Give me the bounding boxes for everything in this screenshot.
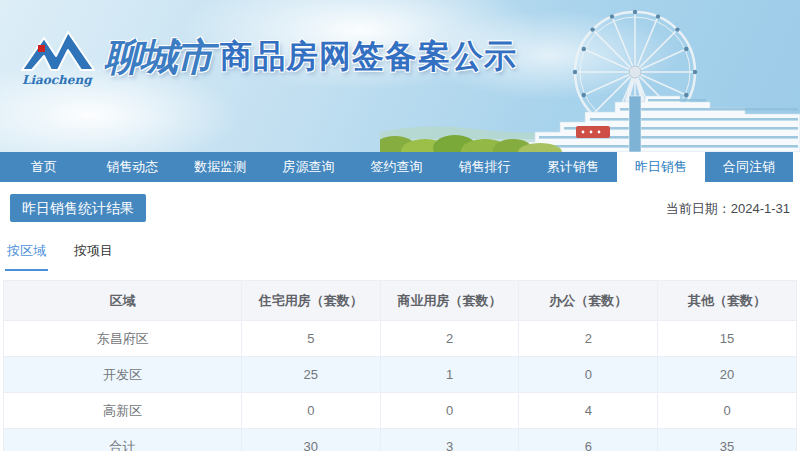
nav-item-cumulative-sales[interactable]: 累计销售 [529, 152, 617, 182]
table-row: 高新区 0 0 4 0 [4, 393, 797, 429]
cell-value: 0 [658, 393, 797, 429]
cell-value: 0 [241, 393, 380, 429]
city-name-calligraphy: 聊城市 [104, 32, 212, 83]
cell-region: 合计 [4, 429, 242, 451]
sales-stats-table: 区域 住宅用房（套数） 商业用房（套数） 办公（套数） 其他（套数） 东昌府区 … [3, 280, 797, 451]
tab-by-region[interactable]: 按区域 [5, 238, 48, 271]
cell-value: 5 [241, 321, 380, 357]
cell-value: 30 [241, 429, 380, 451]
table-row: 开发区 25 1 0 20 [4, 357, 797, 393]
col-header-region: 区域 [4, 281, 242, 321]
main-content: 昨日销售统计结果 当前日期：2024-1-31 按区域 按项目 区域 住宅用房（… [0, 182, 800, 451]
site-logo: Liaocheng [18, 26, 102, 88]
nav-item-listing-query[interactable]: 房源查询 [264, 152, 352, 182]
cell-value: 25 [241, 357, 380, 393]
logo-red-square [38, 45, 45, 52]
col-header-other: 其他（套数） [658, 281, 797, 321]
cell-region: 东昌府区 [4, 321, 242, 357]
building-shape [510, 96, 800, 152]
nav-item-contract-query[interactable]: 签约查询 [352, 152, 440, 182]
nav-item-data-monitor[interactable]: 数据监测 [176, 152, 264, 182]
table-row-total: 合计 30 3 6 35 [4, 429, 797, 451]
cell-value: 2 [519, 321, 658, 357]
table-header-row: 区域 住宅用房（套数） 商业用房（套数） 办公（套数） 其他（套数） [4, 281, 797, 321]
col-header-office: 办公（套数） [519, 281, 658, 321]
cell-value: 20 [658, 357, 797, 393]
nav-item-sales-ranking[interactable]: 销售排行 [441, 152, 529, 182]
col-header-commercial: 商业用房（套数） [380, 281, 519, 321]
site-brand: Liaocheng 聊城市 商品房网签备案公示 [18, 26, 517, 88]
cell-value: 0 [519, 357, 658, 393]
tab-by-project[interactable]: 按项目 [72, 238, 115, 271]
cell-value: 1 [380, 357, 519, 393]
banner-title: 商品房网签备案公示 [220, 35, 517, 79]
col-header-residential: 住宅用房（套数） [241, 281, 380, 321]
section-title: 昨日销售统计结果 [10, 194, 146, 222]
view-tabs: 按区域 按项目 [5, 238, 800, 271]
page-head: 昨日销售统计结果 当前日期：2024-1-31 [10, 194, 790, 222]
cell-value: 35 [658, 429, 797, 451]
current-date: 当前日期：2024-1-31 [666, 200, 790, 218]
nav-item-yesterday-sales[interactable]: 昨日销售 [617, 152, 705, 182]
current-date-label: 当前日期： [666, 201, 731, 216]
cell-value: 15 [658, 321, 797, 357]
cell-value: 0 [380, 393, 519, 429]
logo-script-text: Liaocheng [22, 73, 93, 87]
current-date-value: 2024-1-31 [731, 201, 790, 216]
nav-item-sales-activity[interactable]: 销售动态 [88, 152, 176, 182]
cell-value: 6 [519, 429, 658, 451]
cell-region: 高新区 [4, 393, 242, 429]
cell-value: 3 [380, 429, 519, 451]
cell-value: 2 [380, 321, 519, 357]
cell-region: 开发区 [4, 357, 242, 393]
cell-value: 4 [519, 393, 658, 429]
main-nav: 首页 销售动态 数据监测 房源查询 签约查询 销售排行 累计销售 昨日销售 合同… [0, 152, 793, 182]
table-row: 东昌府区 5 2 2 15 [4, 321, 797, 357]
nav-item-contract-cancel[interactable]: 合同注销 [705, 152, 793, 182]
nav-item-home[interactable]: 首页 [0, 152, 88, 182]
site-banner: Liaocheng 聊城市 商品房网签备案公示 [0, 0, 800, 152]
building-sign [576, 126, 610, 138]
logo-mountain-icon [22, 32, 94, 70]
